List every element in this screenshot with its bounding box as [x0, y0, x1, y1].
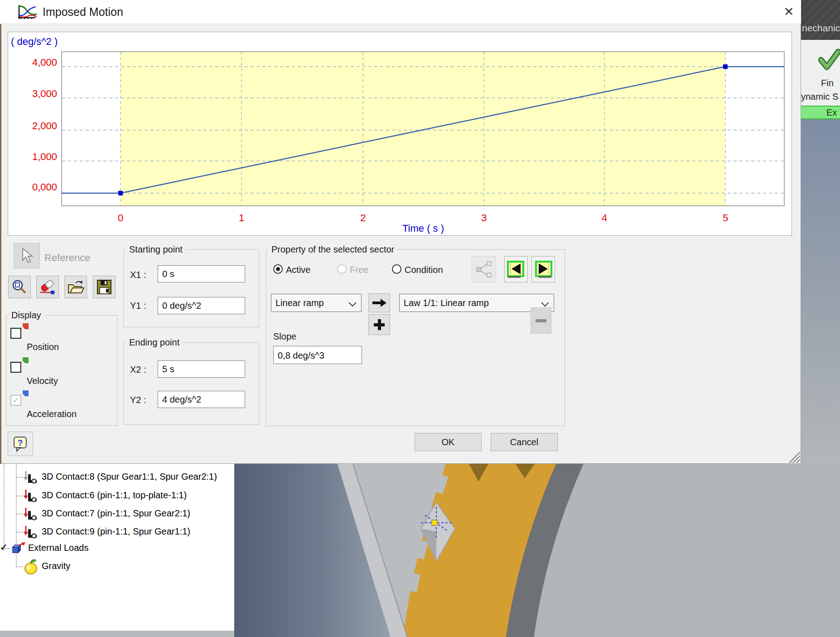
- reference-label: Reference: [44, 252, 91, 264]
- law-type-dropdown[interactable]: Linear ramp: [271, 294, 362, 312]
- free-radio[interactable]: [337, 264, 347, 274]
- y2-input[interactable]: 4 deg/s^2: [158, 391, 245, 408]
- apply-law-button[interactable]: [368, 293, 390, 312]
- starting-point-title: Starting point: [126, 244, 185, 255]
- center-plate: [528, 464, 840, 637]
- 3d-contact-icon: [23, 470, 38, 485]
- right-arrow-icon: [372, 298, 387, 307]
- condition-radio[interactable]: [392, 264, 401, 274]
- slope-input[interactable]: 0,8 deg/s^3: [273, 346, 362, 364]
- minus-icon: [536, 319, 546, 322]
- resize-grip[interactable]: [787, 450, 800, 463]
- gravity-apple-icon: [23, 558, 39, 575]
- velocity-label: Velocity: [27, 376, 58, 386]
- tree-item-3d-contact-7[interactable]: 3D Contact:7 (pin-1:1, Spur Gear2:1): [0, 506, 231, 523]
- close-icon[interactable]: ✕: [779, 3, 798, 21]
- reference-button[interactable]: [14, 243, 40, 268]
- finish-label-line2: ynamic S: [801, 92, 838, 102]
- tree-item-label: Gravity: [42, 561, 70, 571]
- dialog-title: Imposed Motion: [43, 0, 123, 24]
- 3d-contact-icon: [23, 488, 38, 504]
- tree-item-3d-contact-9[interactable]: 3D Contact:9 (pin-1:1, Spur Gear1:1): [0, 524, 231, 541]
- ok-button-label: OK: [442, 437, 455, 447]
- ribbon-tab-label: nechanic: [802, 23, 840, 34]
- x2-input[interactable]: 5 s: [158, 360, 245, 378]
- y-tick-labels: 4,000 3,000 2,000 1,000 0,000: [32, 57, 57, 193]
- imposed-motion-dialog: Imposed Motion ✕: [0, 0, 801, 464]
- end-point-marker[interactable]: [723, 64, 728, 69]
- eraser-icon: [39, 278, 56, 296]
- x1-input[interactable]: 0 s: [158, 265, 245, 282]
- help-button[interactable]: ?: [8, 432, 33, 456]
- display-group: Display Position Velocity ✓ Acceleration: [6, 315, 117, 426]
- open-law-button[interactable]: [64, 276, 87, 298]
- tree-item-3d-contact-8[interactable]: 3D Contact:8 (Spur Gear1:1, Spur Gear2:1…: [0, 469, 231, 486]
- svg-text:3,000: 3,000: [32, 88, 57, 99]
- svg-text:0: 0: [118, 212, 123, 224]
- cancel-button-label: Cancel: [510, 437, 538, 447]
- tree-item-label: External Loads: [28, 543, 88, 553]
- external-loads-icon: [9, 540, 26, 557]
- tree-item-3d-contact-6[interactable]: 3D Contact:6 (pin-1:1, top-plate-1:1): [0, 487, 231, 505]
- viewport-right-strip[interactable]: [801, 119, 840, 464]
- y1-input[interactable]: 0 deg/s^2: [158, 297, 245, 314]
- help-icon: ?: [13, 436, 28, 452]
- free-radio-label: Free: [350, 265, 368, 275]
- tree-item-label: 3D Contact:6 (pin-1:1, top-plate-1:1): [42, 490, 187, 501]
- svg-text:4: 4: [602, 212, 607, 224]
- save-law-button[interactable]: [93, 276, 116, 298]
- previous-sector-icon: [507, 260, 525, 279]
- next-sector-icon: [534, 260, 552, 279]
- condition-radio-label: Condition: [405, 265, 443, 275]
- browser-bottom-strip: [0, 631, 234, 637]
- previous-sector-button[interactable]: [504, 256, 528, 282]
- add-sector-button[interactable]: [368, 314, 390, 335]
- position-checkbox[interactable]: [10, 328, 21, 339]
- zoom-window-icon: [11, 279, 28, 295]
- split-sector-icon: [476, 260, 492, 278]
- visibility-check-icon: ✓: [0, 542, 8, 553]
- sector-property-group: Property of the selected sector Active F…: [266, 249, 565, 426]
- start-point-marker[interactable]: [118, 191, 123, 195]
- svg-text:3: 3: [481, 212, 487, 224]
- y2-label: Y2 :: [130, 395, 146, 405]
- tree-item-gravity[interactable]: Gravity: [0, 558, 231, 575]
- save-floppy-icon: [97, 279, 112, 295]
- app-ribbon-strip: nechanic: [801, 0, 840, 40]
- simulation-panel: Fin ynamic S: [801, 40, 840, 106]
- x-axis-label: Time ( s ): [402, 223, 444, 234]
- tree-item-external-loads[interactable]: ✓ External Loads: [0, 540, 231, 557]
- chevron-down-icon: [541, 299, 549, 307]
- dialog-left-edge: [0, 24, 1, 464]
- zoom-window-button[interactable]: [8, 276, 31, 298]
- position-tag-icon: [23, 323, 29, 329]
- exit-button[interactable]: Ex: [801, 106, 840, 119]
- 3d-viewport[interactable]: [234, 464, 840, 637]
- origin-marker[interactable]: [432, 520, 437, 525]
- sector-property-title: Property of the selected sector: [269, 244, 397, 255]
- active-radio[interactable]: [273, 264, 283, 274]
- y-axis-label: ( deg/s^2 ): [11, 36, 58, 47]
- svg-text:4,000: 4,000: [32, 57, 57, 68]
- ok-button[interactable]: OK: [415, 433, 482, 451]
- velocity-checkbox[interactable]: [10, 362, 21, 373]
- next-sector-button[interactable]: [531, 256, 555, 282]
- x1-label: X1 :: [130, 270, 146, 280]
- x2-label: X2 :: [130, 365, 146, 375]
- svg-text:2,000: 2,000: [32, 120, 57, 131]
- svg-text:0,000: 0,000: [32, 181, 57, 193]
- acceleration-label: Acceleration: [27, 409, 77, 419]
- split-sector-button[interactable]: [472, 256, 496, 282]
- exit-label: Ex: [826, 107, 837, 118]
- law-type-value: Linear ramp: [275, 298, 324, 308]
- motion-law-chart[interactable]: 4,000 3,000 2,000 1,000 0,000 0 1 2 3 4 …: [8, 32, 792, 236]
- remove-law-button[interactable]: [531, 307, 551, 334]
- erase-law-button[interactable]: [36, 276, 59, 298]
- tree-item-label: 3D Contact:9 (pin-1:1, Spur Gear1:1): [42, 526, 190, 537]
- cancel-button[interactable]: Cancel: [491, 433, 558, 451]
- chevron-down-icon: [349, 299, 357, 307]
- model-browser-panel: 3D Contact:8 (Spur Gear1:1, Spur Gear2:1…: [0, 464, 234, 637]
- y1-label: Y1 :: [130, 301, 146, 311]
- dialog-titlebar[interactable]: Imposed Motion ✕: [0, 0, 801, 24]
- acceleration-checkbox[interactable]: ✓: [10, 395, 21, 406]
